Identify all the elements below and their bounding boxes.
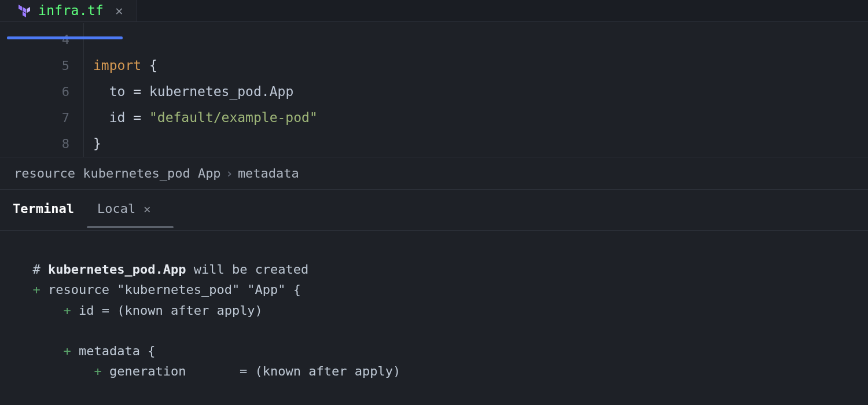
code-line: to = kubernetes_pod.App	[93, 79, 868, 105]
editor-tab-filename: infra.tf	[38, 0, 104, 21]
chevron-right-icon: ›	[226, 166, 233, 181]
line-number: 7	[0, 105, 69, 131]
code-line: }	[93, 131, 868, 157]
editor-tab-close-icon[interactable]: ✕	[115, 1, 123, 21]
line-number: 6	[0, 79, 69, 105]
line-number: 8	[0, 131, 69, 157]
svg-marker-2	[27, 7, 30, 13]
line-number: 5	[0, 53, 69, 79]
terraform-icon	[17, 3, 31, 17]
terminal-line	[17, 323, 25, 338]
line-number: 4	[0, 27, 69, 53]
tab-modified-indicator	[7, 36, 123, 39]
editor-tabbar: infra.tf ✕	[0, 0, 868, 22]
svg-marker-0	[19, 5, 22, 11]
terminal-line: + metadata {	[17, 344, 155, 358]
terminal-line: + generation = (known after apply)	[17, 364, 400, 378]
breadcrumb-segment[interactable]: resource kubernetes_pod App	[14, 166, 221, 181]
panel-tab-label: Local	[97, 198, 135, 219]
panel-tab-underline	[87, 226, 174, 228]
terminal-line: + resource "kubernetes_pod" "App" {	[17, 282, 301, 297]
terminal-line: + id = (known after apply)	[17, 303, 263, 318]
panel-tab-terminal[interactable]: Terminal	[13, 198, 74, 227]
editor-code-area[interactable]: import { to = kubernetes_pod.App id = "d…	[83, 23, 868, 157]
bottom-panel: Terminal Local ✕ # kubernetes_pod.App wi…	[0, 190, 868, 405]
breadcrumb[interactable]: resource kubernetes_pod App›metadata	[0, 157, 868, 190]
terminal-output[interactable]: # kubernetes_pod.App will be created + r…	[0, 231, 868, 405]
panel-tab-close-icon[interactable]: ✕	[144, 200, 150, 218]
editor-tab-infra[interactable]: infra.tf ✕	[0, 0, 137, 21]
code-line: import {	[93, 53, 868, 79]
line-number-gutter: 4 5 6 7 8	[0, 23, 83, 157]
code-line	[93, 27, 868, 53]
panel-tab-local[interactable]: Local ✕	[97, 198, 150, 227]
breadcrumb-segment[interactable]: metadata	[238, 166, 299, 181]
panel-tabs: Terminal Local ✕	[0, 190, 868, 231]
code-editor[interactable]: 4 5 6 7 8 import { to = kubernetes_pod.A…	[0, 22, 868, 157]
code-line: id = "default/example-pod"	[93, 105, 868, 131]
terminal-line: # kubernetes_pod.App will be created	[17, 262, 308, 277]
